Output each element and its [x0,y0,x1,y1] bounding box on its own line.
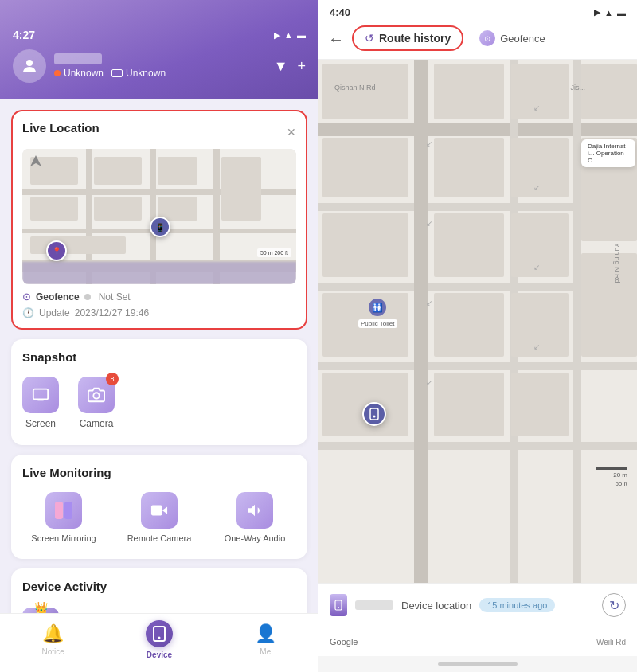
road-label-qishan: Qishan N Rd [334,84,376,92]
device-activity-title: Device Activity [22,580,296,593]
right-signal-icon: ▶ [594,7,600,18]
compass-icon [30,155,41,170]
arrow-2: ↙ [533,183,540,192]
svg-rect-3 [37,400,43,401]
bm-building-1 [322,64,408,119]
google-logo: Google [330,637,358,647]
nav-me[interactable]: 👤 Me [213,623,318,656]
weili-road-label: Weili Rd [596,638,626,647]
status-dot-orange [54,70,61,76]
bm-building-3 [511,64,569,119]
user-row: Unknown Unknown ▼ + [13,49,306,83]
nav-device[interactable]: Device [106,620,212,659]
screen-mirroring-label: Screen Mirroring [31,533,96,543]
bm-building-5 [322,138,408,197]
one-way-audio-item[interactable]: One-Way Audio [213,492,296,543]
screen-mirroring-icon [45,492,82,529]
right-battery-icon: ▬ [617,8,626,18]
svg-point-12 [338,607,339,608]
update-row: 🕐 Update 2023/12/27 19:46 [22,307,296,318]
screen-mirroring-item[interactable]: Screen Mirroring [22,492,105,543]
right-status-bar: 4:40 ▶ ▲ ▬ [318,0,637,25]
main-road-v-1 [414,60,428,583]
snapshot-camera-item[interactable]: 8 Camera [78,377,115,429]
main-road-h-1 [318,123,637,136]
location-pin-device: 📱 [150,217,170,237]
mirroring-split-icon [55,502,72,519]
svg-point-0 [26,60,33,66]
arrow-6: ↙ [426,219,432,228]
svg-rect-9 [370,408,378,420]
wifi-icon: ▲ [284,30,293,40]
right-time: 4:40 [330,6,350,18]
chevron-down-icon[interactable]: ▼ [274,58,288,75]
road-h-3 [318,362,637,370]
back-button[interactable]: ← [328,30,344,49]
bm-building-10 [511,213,569,277]
geofence-icon: ⊙ [22,291,31,303]
live-monitoring-title: Live Monitoring [22,466,296,479]
avatar [13,49,46,83]
device-small-icon [330,594,347,616]
not-set-text: Not Set [99,291,131,303]
signal-icon: ▶ [274,30,280,41]
device-name-placeholder [355,600,393,610]
status-text-2: Unknown [111,68,166,79]
device-location-row: Device location 15 minutes ago ↻ [330,593,626,617]
mirroring-half-left [55,502,63,519]
live-location-title: Live Location [22,121,100,135]
activity-item-1[interactable]: 👑 [22,608,59,613]
divider [330,627,626,627]
left-header: 4:27 ▶ ▲ ▬ Unknown Un [0,0,318,99]
building-7 [221,157,261,221]
left-panel: 4:27 ▶ ▲ ▬ Unknown Un [0,0,318,672]
device-activity-icons: 👑 [22,601,296,613]
map-footer: Google Weili Rd [330,637,626,647]
arrow-4: ↙ [533,342,540,351]
snapshot-screen-item[interactable]: Screen [22,377,59,429]
bm-building-8 [322,213,408,277]
remote-camera-item[interactable]: Remote Camera [118,492,201,543]
bm-building-2 [434,64,504,119]
nav-notice[interactable]: 🔔 Notice [0,623,106,656]
close-button[interactable]: ✕ [287,126,296,139]
bm-building-7 [511,138,569,197]
mirroring-half-right [64,502,72,519]
user-status-row: Unknown Unknown [54,68,166,79]
camera-label: Camera [80,418,114,429]
add-icon[interactable]: + [297,58,306,75]
arrow-8: ↙ [426,378,432,387]
left-time: 4:27 [13,29,35,41]
refresh-button[interactable]: ↻ [602,593,626,617]
bottom-nav: 🔔 Notice Device 👤 Me [0,613,318,672]
home-indicator-bar [438,662,518,666]
camera-badge: 8 [106,373,119,385]
activity-icon-1: 👑 [22,608,59,613]
battery-icon: ▬ [297,30,306,40]
building-8 [30,236,126,254]
map-scale: 50 m 200 ft [257,248,291,257]
camera-icon-box: 8 [78,377,115,413]
live-location-map[interactable]: 📱 📍 50 m 200 ft [22,149,296,284]
screen-icon-box [22,377,59,413]
road-label-jis: Jis... [570,84,585,92]
left-status-icons: ▶ ▲ ▬ [274,30,306,41]
route-history-button[interactable]: ↺ Route history [352,25,463,51]
live-monitoring-card: Live Monitoring Screen Mirroring [11,455,307,559]
geofence-button[interactable]: ⊙ Geofence [471,25,553,51]
right-wifi-icon: ▲ [604,8,613,18]
bm-building-14 [581,253,637,357]
map-area[interactable]: Qishan N Rd Yuning N Rd Jis... Dajia Int… [318,60,637,583]
bm-building-12 [434,293,504,357]
dajia-label: Dajia Internati... Operation C... [581,139,635,167]
arrow-5: ↙ [426,139,432,148]
svg-point-8 [158,637,160,639]
geofence-label: Geofence [36,291,80,303]
building-2 [94,157,142,185]
me-icon: 👤 [255,623,276,644]
snapshot-title: Snapshot [22,350,296,364]
right-header: 4:40 ▶ ▲ ▬ ← ↺ Route history ⊙ Geofence [318,0,637,60]
arrow-1: ↙ [533,104,540,112]
geofence-row[interactable]: ⊙ Geofence Not Set [22,291,296,303]
road-h-4 [318,442,637,450]
